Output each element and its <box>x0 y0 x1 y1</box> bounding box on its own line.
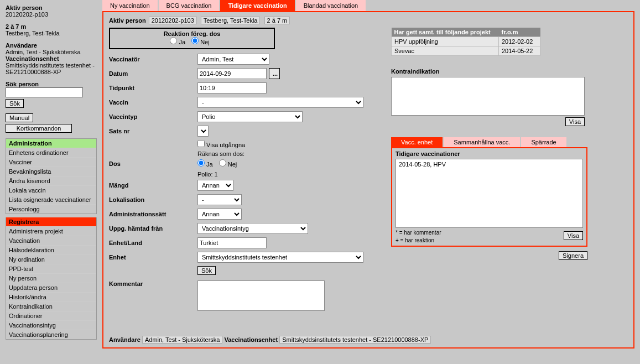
vaccin-select[interactable]: - <box>197 97 363 108</box>
legend-kommentar: * = har kommentar <box>396 230 441 236</box>
vaccinator-select[interactable]: Admin, Test <box>197 54 269 65</box>
dos-label: Dos <box>109 160 197 167</box>
sok-person-input[interactable] <box>6 87 83 97</box>
nav-item[interactable]: Vacciner <box>6 157 96 167</box>
reaction-ja[interactable]: Ja <box>170 39 185 45</box>
table-row: Svevac2014-05-22 <box>392 46 540 56</box>
nav-item[interactable]: Hälsodeklaration <box>6 245 96 254</box>
tidpunkt-input[interactable] <box>197 82 267 93</box>
kontra-label: Kontraindikation <box>391 68 628 75</box>
vaccin-label: Vaccin <box>109 99 197 106</box>
sidebar: Aktiv person 20120202-p103 2 å 7 m Testb… <box>0 0 102 364</box>
footer-ve-value: Smittskyddsinstitutets testenhet - SE212… <box>279 336 431 344</box>
nav-item[interactable]: Personlogg <box>6 204 96 214</box>
aktiv-person-id: 20120202-p103 <box>6 11 97 18</box>
sats-select[interactable] <box>197 126 209 137</box>
lokalisation-select[interactable]: - <box>197 194 242 205</box>
nav-item[interactable]: PPD-test <box>6 264 96 273</box>
form-sok-button[interactable]: Sök <box>197 266 216 275</box>
anvandare-label: Användare <box>6 42 97 49</box>
nav-item[interactable]: Ordinationer <box>6 311 96 320</box>
nav-reg: Registrera Administrera projektVaccinati… <box>6 217 97 340</box>
nav-item[interactable]: Ny ordination <box>6 254 96 264</box>
panel-ap-id: 20120202-p103 <box>149 17 197 24</box>
nav-item[interactable]: Kontraindikation <box>6 301 96 311</box>
nav-item[interactable]: Vaccinationsplanering <box>6 330 96 339</box>
main-tab[interactable]: Blandad vaccination <box>296 0 366 11</box>
polio-count: Polio: 1 <box>197 171 374 178</box>
kontra-box <box>391 77 585 116</box>
proj-col1: Har gett samt. till följande projekt <box>392 28 499 37</box>
age-label: 2 å 7 m <box>6 23 97 30</box>
panel-footer: Användare Admin, Test - Sjuksköterska Va… <box>109 336 431 343</box>
nav-admin: Administration Enhetens ordinationerVacc… <box>6 138 97 214</box>
main-tab[interactable]: BCG vaccination <box>159 0 220 11</box>
nav-admin-header: Administration <box>6 139 96 148</box>
dos-nej[interactable]: Nej <box>219 161 237 168</box>
footer-ve-label: Vaccinationsenhet <box>225 336 278 343</box>
enhetland-label: Enhet/Land <box>109 240 197 246</box>
reaction-nej[interactable]: Nej <box>191 39 210 45</box>
nav-item[interactable]: Uppdatera person <box>6 283 96 292</box>
nav-item[interactable]: Vaccination <box>6 236 96 245</box>
anvandare-value: Admin, Test - Sjuksköterska <box>6 49 97 55</box>
signera-button[interactable]: Signera <box>559 251 587 260</box>
prev-vacc-title: Tidigare vaccinationer <box>396 150 583 157</box>
nav-item[interactable]: Administrera projekt <box>6 226 96 236</box>
main-tab[interactable]: Tidigare vaccination <box>220 0 294 11</box>
uppg-label: Uppg. hämtad från <box>109 225 197 232</box>
panel-ap-age: 2 å 7 m <box>264 17 290 24</box>
kommentar-label: Kommentar <box>109 280 197 287</box>
nav-item[interactable]: Lista osignerade vaccinationer <box>6 195 96 204</box>
nav-item[interactable]: Vaccinationsintyg <box>6 320 96 330</box>
nav-item[interactable]: Bevakningslista <box>6 167 96 176</box>
datum-input[interactable] <box>197 68 267 79</box>
prev-vacc-visa-button[interactable]: Visa <box>564 231 583 240</box>
main-tab[interactable]: Ny vaccination <box>102 0 158 11</box>
enhet-label: Enhet <box>109 254 197 261</box>
main: Ny vaccinationBCG vaccinationTidigare va… <box>102 0 640 364</box>
table-row: HPV uppföljning2012-02-02 <box>392 37 540 46</box>
manual-button[interactable]: Manual <box>6 113 33 122</box>
main-tabs: Ny vaccinationBCG vaccinationTidigare va… <box>102 0 640 11</box>
uppg-select[interactable]: Vaccinationsintyg <box>197 223 308 234</box>
prev-vacc-list[interactable]: 2014-05-28, HPV <box>396 159 583 228</box>
nav-reg-header: Registrera <box>6 217 96 226</box>
sok-button[interactable]: Sök <box>6 99 24 108</box>
dos-ja[interactable]: Ja <box>197 161 213 168</box>
mangd-select[interactable]: Annan <box>197 180 233 191</box>
enhet-select[interactable]: Smittskyddsinstitutets testenhet <box>197 252 363 263</box>
kommentar-textarea[interactable] <box>197 280 325 311</box>
vacc-enhet-value: Smittskyddsinstitutets testenhet - SE212… <box>6 62 97 75</box>
enhetland-input[interactable] <box>197 237 267 248</box>
adminsatt-label: Administrationssätt <box>109 211 197 217</box>
kortkommandon-button[interactable]: Kortkommandon <box>6 124 72 133</box>
visa-utgangna-check[interactable]: Visa utgångna <box>197 142 245 148</box>
adminsatt-select[interactable]: Annan <box>197 209 242 220</box>
nav-item[interactable]: Ändra lösenord <box>6 176 96 185</box>
nav-item[interactable]: Enhetens ordinationer <box>6 148 96 157</box>
panel-header: Aktiv person 20120202-p103 Testberg, Tes… <box>109 17 628 24</box>
datepicker-icon[interactable]: ... <box>269 68 280 79</box>
sats-label: Sats nr <box>109 128 197 134</box>
nav-item[interactable]: Lokala vaccin <box>6 185 96 195</box>
legend-reaktion: + = har reaktion <box>396 237 441 243</box>
prev-vacc-item[interactable]: 2014-05-28, HPV <box>399 161 580 168</box>
sub-tab[interactable]: Sammanhållna vacc. <box>444 137 520 147</box>
sok-person-label: Sök person <box>6 81 97 87</box>
sub-tab[interactable]: Spärrade <box>521 137 566 147</box>
footer-anv-value: Admin, Test - Sjuksköterska <box>142 336 223 344</box>
vacc-enhet-label: Vaccinationsenhet <box>6 55 97 62</box>
kontra-visa-button[interactable]: Visa <box>565 117 585 126</box>
aktiv-person-label: Aktiv person <box>6 4 97 11</box>
datum-label: Datum <box>109 70 197 77</box>
reaction-title: Reaktion föreg. dos <box>113 30 270 37</box>
sub-tabs: Vacc. enhetSammanhållna vacc.Spärrade <box>391 137 628 147</box>
mangd-label: Mängd <box>109 182 197 189</box>
sub-tab[interactable]: Vacc. enhet <box>391 137 443 147</box>
nav-item[interactable]: Historik/ändra <box>6 292 96 301</box>
vaccintyp-label: Vaccintyp <box>109 113 197 120</box>
lokalisation-label: Lokalisation <box>109 196 197 203</box>
vaccintyp-select[interactable]: Polio <box>197 111 303 122</box>
nav-item[interactable]: Ny person <box>6 273 96 283</box>
